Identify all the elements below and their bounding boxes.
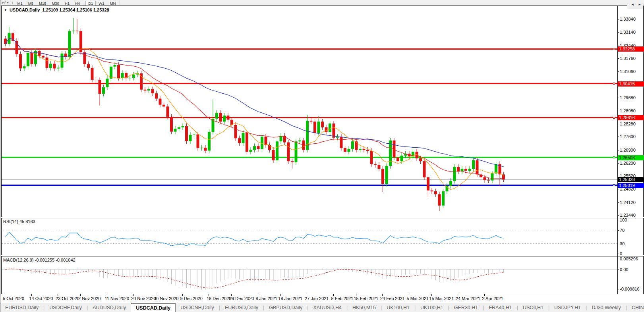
- timeframe-toolbar: ▾ M1M5M15M30H1H4D1W1MN: [0, 0, 644, 6]
- chart-title: ▼USDCAD,Daily 1.25109 1.25364 1.25106 1.…: [4, 8, 109, 12]
- chart-tab-usdcad-daily[interactable]: USDCAD,Daily: [131, 303, 176, 312]
- timeframe-button-m15[interactable]: M15: [36, 1, 49, 6]
- chart-tab-china300-h1[interactable]: CHINA300,H1: [627, 303, 644, 312]
- symbol-period-label: USDCAD,Daily: [10, 8, 40, 12]
- date-axis-tick: [458, 294, 458, 296]
- timeframe-button-w1[interactable]: W1: [96, 1, 107, 6]
- candlestick-chart[interactable]: [2, 6, 617, 217]
- date-axis: 5 Oct 202014 Oct 202023 Oct 20202 Nov 20…: [1, 294, 644, 303]
- chart-tab-usoil-h1[interactable]: USOil,H1: [518, 303, 548, 312]
- date-axis-tick: [31, 294, 32, 296]
- date-axis-label: 14 Oct 2020: [29, 296, 53, 301]
- date-axis-tick: [231, 294, 232, 296]
- timeframe-button-h1[interactable]: H1: [62, 1, 72, 6]
- macd-axis-label: -0.009816: [620, 287, 640, 291]
- hline-price-badge: 1.30415: [618, 81, 644, 87]
- price-axis-label: 1.33840: [620, 17, 636, 21]
- tab-scroll-buttons: ◄ ►: [627, 0, 643, 9]
- toolbar-separator: [120, 1, 120, 5]
- price-axis-label: 1.28980: [620, 109, 636, 113]
- hline-price-badge: 1.28616: [618, 115, 644, 120]
- macd-axis-label: 0.005296: [620, 257, 638, 261]
- date-axis-tick: [333, 294, 334, 296]
- hline-price-badge: 1.32258: [618, 46, 644, 52]
- macd-plot[interactable]: [2, 256, 617, 294]
- date-axis-tick: [484, 294, 485, 296]
- chart-tab-ger30-h1[interactable]: GER30,H1: [449, 303, 483, 312]
- chart-tab-uk100-h1[interactable]: UK100,H1: [416, 303, 448, 312]
- price-axis-label: 1.33140: [620, 30, 636, 35]
- timeframe-button-h4[interactable]: H4: [72, 1, 83, 6]
- rsi-axis-label: 70: [620, 228, 625, 233]
- timeframe-button-m5[interactable]: M5: [25, 1, 36, 6]
- chart-tab-uk100-h1[interactable]: UK100,H1: [382, 303, 414, 312]
- chart-tab-usdchf-daily[interactable]: USDCHF,Daily: [44, 303, 87, 312]
- date-axis-label: 20 Nov 2020: [131, 296, 156, 301]
- price-axis-tick: [617, 111, 619, 111]
- date-axis-tick: [80, 294, 81, 296]
- price-axis-label: 1.23440: [620, 213, 636, 218]
- price-axis-tick: [617, 98, 619, 98]
- tab-scroll-right-icon[interactable]: ►: [636, 3, 643, 6]
- price-axis-tick: [617, 71, 619, 72]
- macd-axis-tick: [617, 289, 619, 289]
- chart-tab-usdjpy-h1[interactable]: USDJPY,H1: [549, 303, 586, 312]
- chart-tab-fra40-h1[interactable]: FRA40,H1: [484, 303, 516, 312]
- date-axis-label: 15 Feb 2021: [354, 296, 379, 301]
- medium-ma-line: [6, 39, 504, 179]
- date-axis-label: 29 Dec 2020: [229, 296, 254, 301]
- price-axis-tick: [617, 150, 619, 150]
- mt4-window: ▾ M1M5M15M30H1H4D1W1MN 1.338401.331401.3…: [0, 0, 644, 312]
- price-axis-label: 1.24120: [620, 200, 636, 205]
- price-axis-tick: [617, 46, 619, 46]
- symbol-dropdown-icon[interactable]: ▼: [4, 8, 7, 12]
- date-axis-tick: [356, 294, 356, 296]
- rsi-axis-label: 30: [620, 242, 625, 246]
- chart-tab-xauusd-h4[interactable]: XAUUSD,H4: [308, 303, 346, 312]
- price-axis-tick: [617, 163, 619, 164]
- timeframe-button-mn[interactable]: MN: [107, 1, 119, 6]
- chart-tab-eurusd-daily[interactable]: EURUSD,Daily: [0, 303, 43, 312]
- date-axis-label: 18 Dec 2020: [207, 296, 231, 301]
- price-axis-tick: [617, 32, 619, 33]
- chart-tab-hk50-m15[interactable]: HK50,M15: [348, 303, 381, 312]
- date-axis-label: 23 Oct 2020: [56, 296, 79, 301]
- date-axis-tick: [209, 294, 209, 296]
- fast-ma-line: [6, 39, 504, 190]
- date-axis-tick: [58, 294, 58, 296]
- timeframe-button-d1[interactable]: D1: [85, 1, 96, 6]
- chart-cursor-icon[interactable]: [1, 0, 7, 5]
- tab-scroll-left-icon[interactable]: ◄: [629, 3, 636, 6]
- rsi-plot[interactable]: [2, 218, 617, 255]
- timeframe-button-m1[interactable]: M1: [15, 1, 25, 6]
- rsi-axis-tick: [617, 254, 619, 254]
- price-axis-tick: [617, 189, 619, 189]
- price-axis-tick: [617, 176, 619, 176]
- hline-price-badge: 1.26503: [618, 155, 644, 160]
- chart-tab-dj30-weekly[interactable]: DJ30,Weekly: [587, 303, 625, 312]
- chart-tab-eurusd-daily[interactable]: EURUSD,Daily: [220, 303, 263, 312]
- rsi-label: RSI(14) 45.8163: [3, 219, 35, 224]
- chart-tab-gbpusd-daily[interactable]: GBPUSD,Daily: [264, 303, 307, 312]
- macd-label: MACD(12,26,9) -0.001255 -0.001042: [3, 258, 75, 262]
- hline-price-badge: 1.25019: [618, 183, 644, 188]
- chart-tab-usdcnh-daily[interactable]: USDCNH,Daily: [176, 303, 219, 312]
- date-axis-label: 27 Jan 2021: [305, 296, 329, 301]
- date-axis-label: 5 Mar 2021: [407, 296, 429, 301]
- rsi-axis-label: 100: [620, 218, 627, 222]
- tool-dropdown-icon[interactable]: ▾: [7, 0, 9, 5]
- date-axis-label: 9 Dec 2020: [180, 296, 203, 301]
- rsi-axis-tick: [617, 244, 619, 244]
- timeframe-button-m30[interactable]: M30: [49, 1, 62, 6]
- date-axis-label: 24 Feb 2021: [380, 296, 405, 301]
- chart-tab-audusd-daily[interactable]: AUDUSD,Daily: [88, 303, 131, 312]
- ohlc-values: 1.25109 1.25364 1.25106 1.25328: [42, 8, 109, 12]
- price-axis-label: 1.31760: [620, 56, 636, 61]
- date-axis-tick: [280, 294, 281, 296]
- price-axis-tick: [617, 202, 619, 203]
- price-axis-label: 1.26200: [620, 161, 636, 166]
- price-axis-tick: [617, 124, 619, 124]
- date-axis-label: 8 Jan 2021: [256, 296, 277, 301]
- date-axis-label: 11 Nov 2020: [105, 296, 130, 301]
- toolbar-grip: [11, 1, 13, 4]
